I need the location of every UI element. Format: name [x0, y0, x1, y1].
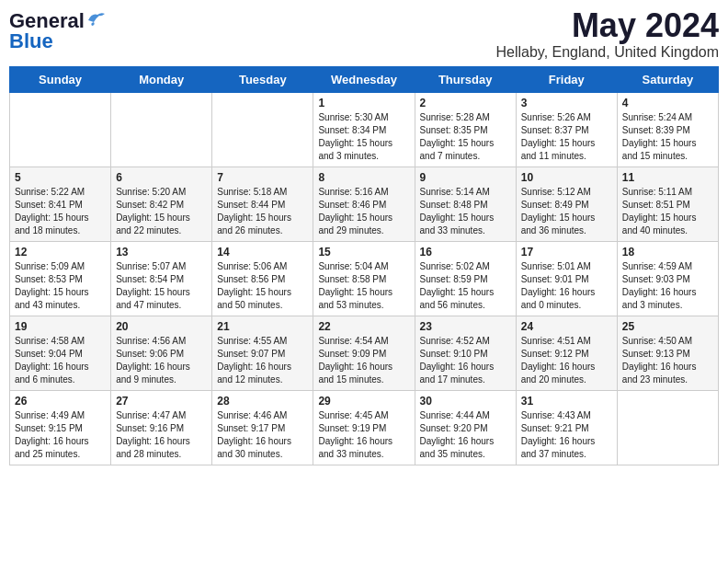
calendar-cell: 5Sunrise: 5:22 AM Sunset: 8:41 PM Daylig… [10, 167, 111, 242]
day-number: 23 [420, 320, 511, 333]
col-header-sunday: Sunday [10, 67, 111, 93]
page-header: General Blue May 2024 Hellaby, England, … [9, 9, 719, 61]
calendar-row: 12Sunrise: 5:09 AM Sunset: 8:53 PM Dayli… [10, 242, 719, 316]
day-info: Sunrise: 5:04 AM Sunset: 8:58 PM Dayligh… [318, 260, 409, 312]
calendar-cell: 19Sunrise: 4:58 AM Sunset: 9:04 PM Dayli… [10, 316, 111, 391]
calendar-cell [212, 93, 313, 167]
calendar-cell [10, 93, 111, 167]
calendar-cell: 29Sunrise: 4:45 AM Sunset: 9:19 PM Dayli… [313, 391, 415, 465]
day-number: 16 [420, 246, 511, 259]
day-number: 28 [217, 395, 308, 408]
day-info: Sunrise: 4:52 AM Sunset: 9:10 PM Dayligh… [420, 335, 511, 386]
calendar-cell: 22Sunrise: 4:54 AM Sunset: 9:09 PM Dayli… [313, 316, 415, 391]
day-number: 12 [15, 246, 106, 259]
calendar-row: 19Sunrise: 4:58 AM Sunset: 9:04 PM Dayli… [10, 316, 719, 391]
calendar-cell: 12Sunrise: 5:09 AM Sunset: 8:53 PM Dayli… [10, 242, 111, 316]
day-info: Sunrise: 4:45 AM Sunset: 9:19 PM Dayligh… [318, 409, 409, 461]
day-info: Sunrise: 4:47 AM Sunset: 9:16 PM Dayligh… [116, 409, 207, 461]
calendar-cell: 26Sunrise: 4:49 AM Sunset: 9:15 PM Dayli… [10, 391, 111, 465]
day-info: Sunrise: 4:54 AM Sunset: 9:09 PM Dayligh… [318, 335, 409, 386]
calendar-cell: 16Sunrise: 5:02 AM Sunset: 8:59 PM Dayli… [415, 242, 516, 316]
day-number: 8 [318, 171, 409, 184]
day-number: 13 [116, 246, 207, 259]
calendar-row: 26Sunrise: 4:49 AM Sunset: 9:15 PM Dayli… [10, 391, 719, 465]
day-number: 26 [15, 395, 106, 408]
calendar-cell: 27Sunrise: 4:47 AM Sunset: 9:16 PM Dayli… [111, 391, 212, 465]
calendar-cell: 13Sunrise: 5:07 AM Sunset: 8:54 PM Dayli… [111, 242, 212, 316]
day-number: 25 [622, 320, 713, 333]
day-number: 27 [116, 395, 207, 408]
day-info: Sunrise: 4:55 AM Sunset: 9:07 PM Dayligh… [217, 335, 308, 386]
calendar-cell [617, 391, 718, 465]
calendar-cell: 21Sunrise: 4:55 AM Sunset: 9:07 PM Dayli… [212, 316, 313, 391]
title-area: May 2024 Hellaby, England, United Kingdo… [495, 9, 719, 61]
day-number: 29 [318, 395, 409, 408]
col-header-friday: Friday [516, 67, 617, 93]
day-number: 4 [622, 97, 713, 109]
calendar-header-row: SundayMondayTuesdayWednesdayThursdayFrid… [10, 67, 719, 93]
day-info: Sunrise: 4:46 AM Sunset: 9:17 PM Dayligh… [217, 409, 308, 461]
day-info: Sunrise: 5:11 AM Sunset: 8:51 PM Dayligh… [622, 186, 713, 237]
day-info: Sunrise: 4:50 AM Sunset: 9:13 PM Dayligh… [622, 335, 713, 386]
calendar-cell: 2Sunrise: 5:28 AM Sunset: 8:35 PM Daylig… [415, 93, 516, 167]
location: Hellaby, England, United Kingdom [495, 44, 719, 61]
day-number: 7 [217, 171, 308, 184]
day-info: Sunrise: 5:07 AM Sunset: 8:54 PM Dayligh… [116, 260, 207, 312]
day-info: Sunrise: 5:14 AM Sunset: 8:48 PM Dayligh… [420, 186, 511, 237]
calendar-cell: 8Sunrise: 5:16 AM Sunset: 8:46 PM Daylig… [313, 167, 415, 242]
day-info: Sunrise: 4:59 AM Sunset: 9:03 PM Dayligh… [622, 260, 713, 312]
calendar-cell: 1Sunrise: 5:30 AM Sunset: 8:34 PM Daylig… [313, 93, 415, 167]
day-number: 21 [217, 320, 308, 333]
day-info: Sunrise: 5:09 AM Sunset: 8:53 PM Dayligh… [15, 260, 106, 312]
day-number: 20 [116, 320, 207, 333]
calendar-cell: 4Sunrise: 5:24 AM Sunset: 8:39 PM Daylig… [617, 93, 718, 167]
day-number: 18 [622, 246, 713, 259]
day-number: 22 [318, 320, 409, 333]
day-info: Sunrise: 4:49 AM Sunset: 9:15 PM Dayligh… [15, 409, 106, 461]
col-header-saturday: Saturday [617, 67, 718, 93]
calendar-cell: 15Sunrise: 5:04 AM Sunset: 8:58 PM Dayli… [313, 242, 415, 316]
calendar-cell: 14Sunrise: 5:06 AM Sunset: 8:56 PM Dayli… [212, 242, 313, 316]
calendar-cell: 10Sunrise: 5:12 AM Sunset: 8:49 PM Dayli… [516, 167, 617, 242]
col-header-wednesday: Wednesday [313, 67, 415, 93]
calendar-row: 5Sunrise: 5:22 AM Sunset: 8:41 PM Daylig… [10, 167, 719, 242]
day-number: 31 [521, 395, 612, 408]
day-number: 17 [521, 246, 612, 259]
day-number: 15 [318, 246, 409, 259]
day-number: 3 [521, 97, 612, 109]
day-info: Sunrise: 5:28 AM Sunset: 8:35 PM Dayligh… [420, 111, 511, 163]
day-info: Sunrise: 4:56 AM Sunset: 9:06 PM Dayligh… [116, 335, 207, 386]
calendar-cell: 11Sunrise: 5:11 AM Sunset: 8:51 PM Dayli… [617, 167, 718, 242]
calendar-cell: 7Sunrise: 5:18 AM Sunset: 8:44 PM Daylig… [212, 167, 313, 242]
logo: General Blue [9, 9, 107, 53]
day-number: 14 [217, 246, 308, 259]
calendar-cell: 20Sunrise: 4:56 AM Sunset: 9:06 PM Dayli… [111, 316, 212, 391]
calendar-cell: 9Sunrise: 5:14 AM Sunset: 8:48 PM Daylig… [415, 167, 516, 242]
calendar-cell: 23Sunrise: 4:52 AM Sunset: 9:10 PM Dayli… [415, 316, 516, 391]
day-info: Sunrise: 5:01 AM Sunset: 9:01 PM Dayligh… [521, 260, 612, 312]
day-info: Sunrise: 5:06 AM Sunset: 8:56 PM Dayligh… [217, 260, 308, 312]
calendar-row: 1Sunrise: 5:30 AM Sunset: 8:34 PM Daylig… [10, 93, 719, 167]
col-header-monday: Monday [111, 67, 212, 93]
day-info: Sunrise: 5:16 AM Sunset: 8:46 PM Dayligh… [318, 186, 409, 237]
calendar-cell [111, 93, 212, 167]
calendar-cell: 6Sunrise: 5:20 AM Sunset: 8:42 PM Daylig… [111, 167, 212, 242]
month-title: May 2024 [495, 9, 719, 42]
day-info: Sunrise: 4:44 AM Sunset: 9:20 PM Dayligh… [420, 409, 511, 461]
day-info: Sunrise: 5:20 AM Sunset: 8:42 PM Dayligh… [116, 186, 207, 237]
calendar-cell: 30Sunrise: 4:44 AM Sunset: 9:20 PM Dayli… [415, 391, 516, 465]
calendar-cell: 28Sunrise: 4:46 AM Sunset: 9:17 PM Dayli… [212, 391, 313, 465]
calendar-cell: 24Sunrise: 4:51 AM Sunset: 9:12 PM Dayli… [516, 316, 617, 391]
day-info: Sunrise: 5:12 AM Sunset: 8:49 PM Dayligh… [521, 186, 612, 237]
day-info: Sunrise: 5:22 AM Sunset: 8:41 PM Dayligh… [15, 186, 106, 237]
calendar-table: SundayMondayTuesdayWednesdayThursdayFrid… [9, 66, 719, 465]
calendar-cell: 18Sunrise: 4:59 AM Sunset: 9:03 PM Dayli… [617, 242, 718, 316]
day-info: Sunrise: 5:30 AM Sunset: 8:34 PM Dayligh… [318, 111, 409, 163]
day-number: 11 [622, 171, 713, 184]
day-number: 5 [15, 171, 106, 184]
day-info: Sunrise: 5:24 AM Sunset: 8:39 PM Dayligh… [622, 111, 713, 163]
calendar-cell: 17Sunrise: 5:01 AM Sunset: 9:01 PM Dayli… [516, 242, 617, 316]
day-info: Sunrise: 5:18 AM Sunset: 8:44 PM Dayligh… [217, 186, 308, 237]
calendar-cell: 25Sunrise: 4:50 AM Sunset: 9:13 PM Dayli… [617, 316, 718, 391]
day-info: Sunrise: 4:51 AM Sunset: 9:12 PM Dayligh… [521, 335, 612, 386]
